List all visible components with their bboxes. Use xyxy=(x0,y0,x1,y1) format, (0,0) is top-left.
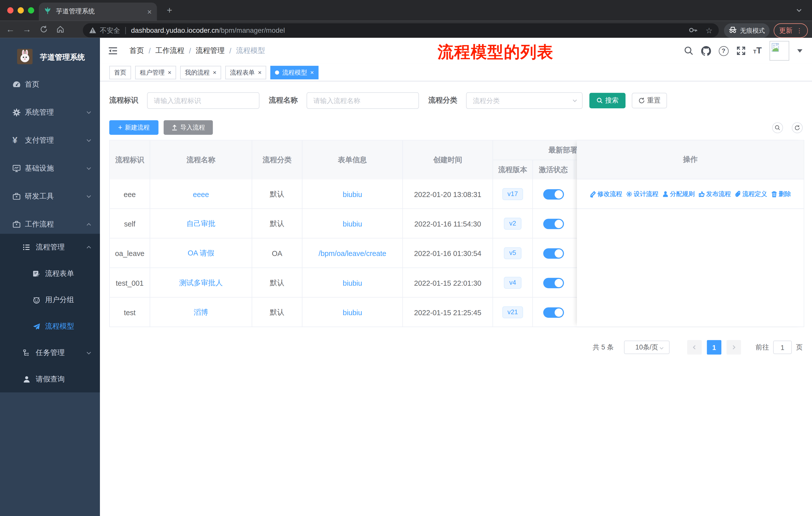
sidebar-item-process-form[interactable]: 流程表单 xyxy=(0,260,100,287)
process-name-link[interactable]: 测试多审批人 xyxy=(179,278,223,288)
browser-menu-icon[interactable]: ⋮ xyxy=(796,27,803,34)
show-search-toggle-button[interactable] xyxy=(772,122,783,133)
prev-page-button[interactable] xyxy=(687,340,702,355)
tab-search-chevron-icon[interactable] xyxy=(795,7,803,16)
maximize-window-button[interactable] xyxy=(28,7,34,13)
reset-button[interactable]: 重置 xyxy=(632,93,667,108)
avatar-caret-down-icon[interactable] xyxy=(797,49,803,53)
security-label[interactable]: 不安全 xyxy=(100,26,120,35)
url-host[interactable]: dashboard.yudao.iocoder.cn xyxy=(131,26,219,34)
process-name-input[interactable] xyxy=(307,92,419,109)
form-info-link[interactable]: biubiu xyxy=(343,308,362,317)
process-definition-action[interactable]: 流程定义 xyxy=(734,190,767,198)
window-controls[interactable] xyxy=(7,7,34,13)
breadcrumb-workflow[interactable]: 工作流程 xyxy=(155,46,184,55)
version-badge[interactable]: v4 xyxy=(504,277,521,289)
sidebar-item-payment[interactable]: ¥ 支付管理 xyxy=(0,127,100,155)
process-name-link[interactable]: OA 请假 xyxy=(187,249,214,258)
home-button[interactable] xyxy=(54,21,66,38)
form-info-link[interactable]: biubiu xyxy=(343,219,362,228)
process-id: test_001 xyxy=(116,279,144,287)
process-id-input[interactable] xyxy=(147,92,259,109)
version-badge[interactable]: v17 xyxy=(502,188,523,200)
edit-process-action[interactable]: 修改流程 xyxy=(589,190,622,198)
delete-process-action[interactable]: 删除 xyxy=(771,190,791,198)
browser-update-button[interactable]: 更新 ⋮ xyxy=(774,23,808,38)
sidebar-item-process-management[interactable]: 流程管理 xyxy=(0,234,100,260)
font-size-icon[interactable]: TT xyxy=(753,46,762,56)
close-icon[interactable]: × xyxy=(168,69,171,76)
version-badge[interactable]: v2 xyxy=(504,218,521,229)
breadcrumb-process-management[interactable]: 流程管理 xyxy=(196,46,225,55)
password-key-icon[interactable] xyxy=(689,26,697,35)
reload-button[interactable] xyxy=(37,21,50,38)
search-button[interactable]: 搜索 xyxy=(589,93,626,108)
close-window-button[interactable] xyxy=(7,7,13,13)
version-badge[interactable]: v5 xyxy=(504,247,521,259)
incognito-badge: 无痕模式 xyxy=(724,23,770,38)
breadcrumb-home[interactable]: 首页 xyxy=(129,46,144,55)
sidebar-toggle-icon[interactable] xyxy=(108,46,118,56)
tag-my-process[interactable]: 我的流程× xyxy=(180,66,221,79)
tag-process-model[interactable]: 流程模型× xyxy=(270,66,318,79)
process-name-link[interactable]: 滔博 xyxy=(194,308,208,317)
publish-process-action[interactable]: 发布流程 xyxy=(698,190,731,198)
goto-page-input[interactable] xyxy=(773,341,792,354)
form-info-link[interactable]: biubiu xyxy=(343,190,362,198)
forward-button[interactable]: → xyxy=(21,21,33,38)
version-badge[interactable]: v21 xyxy=(502,306,523,318)
address-bar[interactable]: 不安全 dashboard.yudao.iocoder.cn/bpm/manag… xyxy=(83,23,719,37)
tag-process-form[interactable]: 流程表单× xyxy=(225,66,266,79)
close-icon[interactable]: × xyxy=(258,69,262,76)
close-icon[interactable]: × xyxy=(310,69,314,76)
url-path[interactable]: /bpm/manager/model xyxy=(219,26,285,34)
minimize-window-button[interactable] xyxy=(18,7,24,13)
process-category-select[interactable] xyxy=(466,92,583,109)
app-navbar: 首页 / 工作流程 / 流程管理 / 流程模型 流程模型的列表 ? TT xyxy=(100,38,812,64)
browser-tab[interactable]: 芋道管理系统 × xyxy=(39,2,157,21)
fullscreen-icon[interactable] xyxy=(736,46,746,55)
header-search-icon[interactable] xyxy=(684,46,693,55)
page-size-select[interactable]: 10条/页 xyxy=(624,341,670,354)
design-process-action[interactable]: 设计流程 xyxy=(626,190,659,198)
main-content: 流程标识 流程名称 流程分类 搜索 重置 + 新建流程 xyxy=(100,81,812,516)
help-icon[interactable]: ? xyxy=(719,46,728,56)
close-icon[interactable]: × xyxy=(213,69,216,76)
github-icon[interactable] xyxy=(701,46,711,56)
process-id-label: 流程标识 xyxy=(109,96,138,105)
active-toggle[interactable] xyxy=(543,278,564,288)
back-button[interactable]: ← xyxy=(4,21,17,38)
assign-rule-action[interactable]: 分配规则 xyxy=(662,190,695,198)
active-toggle[interactable] xyxy=(543,307,564,318)
security-warning-icon[interactable] xyxy=(89,27,96,34)
tab-close-icon[interactable]: × xyxy=(147,7,152,16)
refresh-table-button[interactable] xyxy=(792,122,803,133)
sidebar-item-process-model[interactable]: 流程模型 xyxy=(0,313,100,340)
create-process-button[interactable]: + 新建流程 xyxy=(109,120,158,135)
tag-home[interactable]: 首页 xyxy=(109,66,131,79)
sidebar-item-leave-query[interactable]: 请假查询 xyxy=(0,366,100,392)
new-tab-button[interactable]: + xyxy=(167,6,172,15)
sidebar-item-home[interactable]: 首页 xyxy=(0,71,100,99)
process-name-link[interactable]: 自己审批 xyxy=(186,219,215,228)
app-logo[interactable]: 芋道管理系统 xyxy=(0,43,100,71)
user-avatar[interactable] xyxy=(770,41,789,61)
sidebar-item-devtools[interactable]: 研发工具 xyxy=(0,183,100,210)
active-toggle[interactable] xyxy=(543,248,564,258)
sidebar-item-user-group[interactable]: 用户分组 xyxy=(0,287,100,313)
bookmark-star-icon[interactable]: ☆ xyxy=(705,26,713,35)
page-number-button[interactable]: 1 xyxy=(707,340,721,355)
process-name-link[interactable]: eeee xyxy=(193,190,209,198)
sidebar-item-task-management[interactable]: 任务管理 xyxy=(0,340,100,366)
form-info-link[interactable]: biubiu xyxy=(343,279,362,287)
form-info-link[interactable]: /bpm/oa/leave/create xyxy=(319,249,386,257)
tag-tenant[interactable]: 租户管理× xyxy=(135,66,176,79)
active-toggle[interactable] xyxy=(543,189,564,199)
update-label[interactable]: 更新 xyxy=(779,26,792,35)
active-toggle[interactable] xyxy=(543,218,564,229)
browser-tab-strip: 芋道管理系统 × + xyxy=(0,0,812,21)
import-process-button[interactable]: 导入流程 xyxy=(164,120,213,135)
sidebar-item-system[interactable]: 系统管理 xyxy=(0,99,100,127)
sidebar-item-infrastructure[interactable]: 基础设施 xyxy=(0,155,100,183)
next-page-button[interactable] xyxy=(727,340,741,355)
